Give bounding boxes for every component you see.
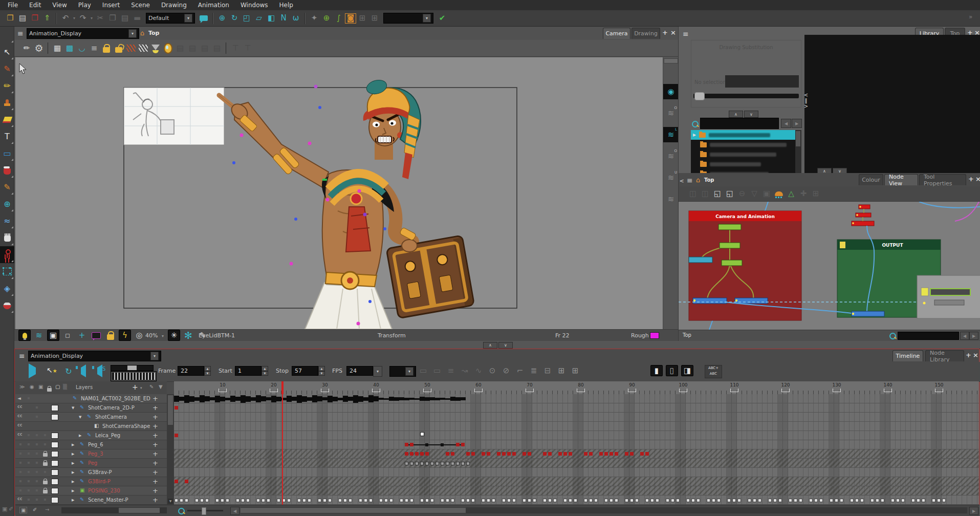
solo-checkbox[interactable] <box>51 479 58 485</box>
keyframe[interactable] <box>425 462 429 465</box>
keyframe[interactable] <box>200 499 204 502</box>
data-view-icon[interactable]: cc <box>17 414 22 418</box>
layer-depth-icon[interactable]: ≋ <box>33 329 45 341</box>
prev-button[interactable]: ◀ <box>960 332 969 340</box>
keyframe[interactable] <box>420 499 424 502</box>
tool-morph[interactable]: ◈ <box>0 280 14 297</box>
keyframe[interactable] <box>717 499 721 502</box>
keyframe[interactable] <box>215 499 219 502</box>
display-selector[interactable]: Animation_Display ▾ <box>27 28 139 39</box>
disabled-toggle-icon[interactable]: ▪ <box>35 405 38 410</box>
library-folder-list[interactable]: ▶ <box>691 130 801 173</box>
keyframe[interactable] <box>297 499 301 502</box>
strip-layer-o1[interactable]: ≋O <box>663 105 679 121</box>
tab-tool-properties[interactable]: Tool Properties <box>919 174 966 185</box>
preset-selector[interactable]: Default▾ <box>146 13 195 24</box>
strip-top-view[interactable]: ◉ <box>663 84 679 99</box>
keyframe[interactable] <box>185 480 188 483</box>
drag-handle-icon[interactable]: ‖ <box>803 98 809 103</box>
next-button[interactable]: ▶ <box>792 119 802 128</box>
keyframe[interactable] <box>528 499 531 502</box>
scroll-right-button[interactable]: ▶ <box>969 507 978 515</box>
keyframe[interactable] <box>328 499 332 502</box>
layer-stack-4-icon[interactable]: ▤ <box>211 42 223 54</box>
disabled-toggle-icon[interactable]: ▪ <box>35 479 38 483</box>
add-layer-menu-icon[interactable]: ▾ <box>140 386 142 390</box>
add-node-icon[interactable]: ✚ <box>797 188 810 200</box>
library-item[interactable] <box>691 149 801 159</box>
disable-node-icon[interactable]: ⊖ <box>736 188 748 200</box>
scale-icon[interactable]: ◰ <box>241 12 253 25</box>
keyframe[interactable] <box>609 499 613 502</box>
close-view-icon[interactable]: × <box>975 175 980 183</box>
backdrop-icon[interactable]: △ <box>785 188 797 200</box>
prev-button[interactable]: ◀ <box>781 119 791 128</box>
render-view-icon[interactable] <box>18 330 31 341</box>
layer-row-Scene_Master-P[interactable]: cc▪▪▪▶✎Scene_Master-P+ <box>15 496 167 505</box>
tab-timeline[interactable]: Timeline <box>892 350 923 361</box>
node-graph[interactable]: Camera and Animation side <box>679 202 980 330</box>
mirror-view-icon[interactable] <box>162 42 174 54</box>
keyframe[interactable] <box>589 452 593 456</box>
solo-checkbox[interactable] <box>51 460 58 466</box>
menu-help[interactable]: Help <box>275 1 298 10</box>
keyframe[interactable] <box>830 499 833 502</box>
chevron-down-icon[interactable]: ▾ <box>405 367 413 376</box>
previous-drawing-button[interactable]: ∧ <box>729 111 743 118</box>
group-composite-icon[interactable]: ◱ <box>724 188 736 200</box>
paste-cycle-icon[interactable]: ⊞ <box>569 364 581 377</box>
track-row-ShotCameraShape[interactable] <box>174 422 979 431</box>
solo-checkbox[interactable] <box>51 414 58 420</box>
add-sublayer-icon[interactable]: + <box>153 487 158 494</box>
layer-name[interactable]: Peg_6 <box>88 442 103 447</box>
track-row-ShotCamera[interactable] <box>174 413 979 422</box>
keyframe[interactable] <box>778 499 782 502</box>
tool-eraser[interactable] <box>0 111 14 128</box>
expand-expand-icon[interactable]: ▶ <box>72 470 74 475</box>
keyframe[interactable] <box>840 499 843 502</box>
keyframe[interactable] <box>384 499 388 502</box>
solo-checkbox[interactable] <box>51 442 58 448</box>
play-selection-button[interactable]: ↖★ <box>47 366 57 374</box>
keyframe[interactable] <box>727 499 731 502</box>
keyframe[interactable] <box>446 462 449 465</box>
keyframe[interactable] <box>917 499 920 502</box>
keyframe[interactable] <box>446 499 449 502</box>
keyframe[interactable] <box>400 499 403 502</box>
tool-reposition-all-drawings[interactable] <box>0 246 14 263</box>
disabled-toggle-icon[interactable]: ▪ <box>35 488 38 492</box>
add-view-icon[interactable]: + <box>968 175 974 183</box>
start-spinner[interactable]: ▲▼ <box>262 366 268 376</box>
track-row-G3Bird-P[interactable] <box>174 477 979 486</box>
add-sublayer-icon[interactable]: + <box>153 459 158 467</box>
tool-hand[interactable] <box>0 229 14 246</box>
keyframe[interactable] <box>835 499 838 502</box>
solo-checkbox[interactable] <box>51 433 58 439</box>
tab-node-view[interactable]: Node View <box>884 174 918 185</box>
disabled-toggle-icon[interactable]: ▪ <box>35 497 38 502</box>
scroll-thumb[interactable] <box>796 131 800 146</box>
add-sublayer-icon[interactable]: + <box>153 478 158 485</box>
frame-input[interactable]: 22 <box>178 366 204 376</box>
outline-mode-icon[interactable]: ▫ <box>61 329 74 341</box>
undo-menu-icon[interactable]: ▾ <box>72 12 77 25</box>
add-sublayer-icon[interactable]: + <box>153 450 158 458</box>
keyframe[interactable] <box>359 499 362 502</box>
keyframe[interactable] <box>338 499 342 502</box>
keyframe[interactable] <box>650 499 654 502</box>
manage-versions-icon[interactable]: ❐ <box>29 12 41 25</box>
layer-scrollbar[interactable]: ▼ <box>167 394 174 505</box>
delete-keyframe-icon[interactable]: ⊘ <box>500 364 512 377</box>
disabled-toggle-icon[interactable]: ▪ <box>35 469 38 474</box>
keyframe[interactable] <box>615 499 618 502</box>
add-sublayer-icon[interactable]: + <box>153 468 158 476</box>
add-spline-icon[interactable]: ∫ <box>333 12 345 25</box>
stop-spinner[interactable]: ▲▼ <box>318 366 325 376</box>
keyframe[interactable] <box>466 452 470 456</box>
palette-flower-icon[interactable]: ✻ <box>182 329 194 341</box>
keyframe[interactable] <box>563 499 567 502</box>
keyframe[interactable] <box>753 499 756 502</box>
track-row-ShotCamera_2D-P[interactable] <box>174 403 979 413</box>
library-item[interactable]: ▶ <box>691 130 801 140</box>
composite-node-icon[interactable] <box>773 188 785 200</box>
